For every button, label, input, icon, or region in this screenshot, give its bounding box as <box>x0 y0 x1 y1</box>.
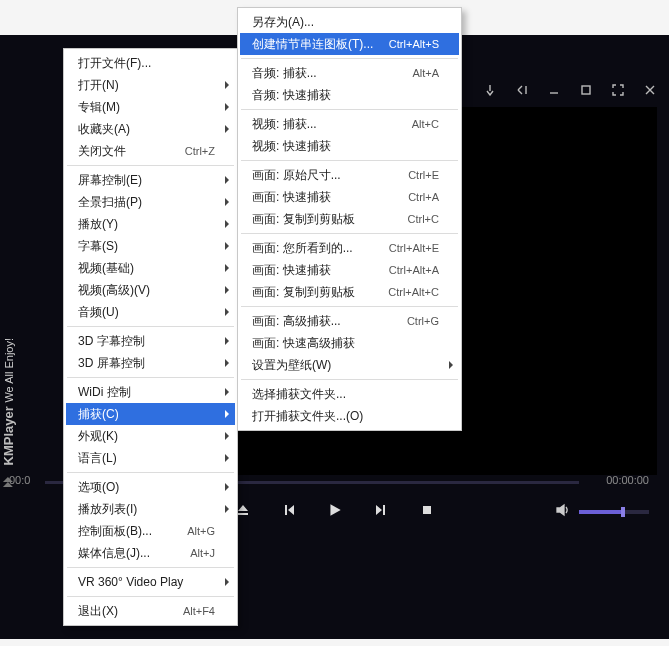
menu-item[interactable]: 语言(L) <box>66 447 235 469</box>
menu-item[interactable]: 选项(O) <box>66 476 235 498</box>
menu-item[interactable]: 播放列表(I) <box>66 498 235 520</box>
logo-icon <box>1 475 18 489</box>
menu-item-shortcut: Alt+G <box>187 525 215 537</box>
pin-icon[interactable] <box>483 83 497 97</box>
menu-item-label: 音频(U) <box>78 304 215 321</box>
menu-separator <box>241 233 458 234</box>
menu-item[interactable]: 视频: 快速捕获 <box>240 135 459 157</box>
menu-item[interactable]: 退出(X)Alt+F4 <box>66 600 235 622</box>
menu-item-label: 专辑(M) <box>78 99 215 116</box>
menu-item-shortcut: Alt+F4 <box>183 605 215 617</box>
volume-icon[interactable] <box>555 503 569 521</box>
menu-item-label: 音频: 捕获... <box>252 65 402 82</box>
menu-item[interactable]: 另存为(A)... <box>240 11 459 33</box>
menu-item[interactable]: 音频: 捕获...Alt+A <box>240 62 459 84</box>
submenu-arrow-icon <box>225 483 229 491</box>
submenu-arrow-icon <box>225 103 229 111</box>
menu-separator <box>67 472 234 473</box>
menu-item[interactable]: 设置为壁纸(W) <box>240 354 459 376</box>
menu-item-label: 画面: 快速捕获 <box>252 262 379 279</box>
menu-item[interactable]: 视频(高级)(V) <box>66 279 235 301</box>
menu-item-label: 3D 字幕控制 <box>78 333 215 350</box>
menu-item[interactable]: 画面: 快速捕获Ctrl+A <box>240 186 459 208</box>
menu-separator <box>67 377 234 378</box>
menu-item-shortcut: Ctrl+Alt+A <box>389 264 439 276</box>
menu-item-label: 视频(高级)(V) <box>78 282 215 299</box>
menu-item[interactable]: 画面: 复制到剪贴板Ctrl+Alt+C <box>240 281 459 303</box>
menu-item-label: 收藏夹(A) <box>78 121 215 138</box>
menu-item[interactable]: 媒体信息(J)...Alt+J <box>66 542 235 564</box>
collapse-icon[interactable] <box>515 83 529 97</box>
submenu-arrow-icon <box>449 361 453 369</box>
menu-item-label: 画面: 原始尺寸... <box>252 167 398 184</box>
menu-item[interactable]: 捕获(C) <box>66 403 235 425</box>
stop-button[interactable] <box>419 502 435 518</box>
time-total: 00:00:00 <box>606 474 649 486</box>
menu-item[interactable]: 打开(N) <box>66 74 235 96</box>
menu-item[interactable]: 屏幕控制(E) <box>66 169 235 191</box>
submenu-arrow-icon <box>225 388 229 396</box>
menu-item[interactable]: 打开捕获文件夹...(O) <box>240 405 459 427</box>
menu-item[interactable]: 视频: 捕获...Alt+C <box>240 113 459 135</box>
menu-item-label: 字幕(S) <box>78 238 215 255</box>
submenu-arrow-icon <box>225 410 229 418</box>
menu-item[interactable]: 关闭文件Ctrl+Z <box>66 140 235 162</box>
menu-item[interactable]: 音频(U) <box>66 301 235 323</box>
menu-separator <box>67 596 234 597</box>
menu-item-label: 视频: 快速捕获 <box>252 138 439 155</box>
menu-item[interactable]: 专辑(M) <box>66 96 235 118</box>
menu-item-label: 设置为壁纸(W) <box>252 357 439 374</box>
submenu-arrow-icon <box>225 176 229 184</box>
menu-item[interactable]: 选择捕获文件夹... <box>240 383 459 405</box>
menu-item[interactable]: 视频(基础) <box>66 257 235 279</box>
next-button[interactable] <box>373 502 389 518</box>
submenu-arrow-icon <box>225 125 229 133</box>
menu-item-label: 画面: 复制到剪贴板 <box>252 284 378 301</box>
menu-item-label: 另存为(A)... <box>252 14 439 31</box>
menu-item[interactable]: 画面: 快速捕获Ctrl+Alt+A <box>240 259 459 281</box>
menu-item[interactable]: 播放(Y) <box>66 213 235 235</box>
menu-item-shortcut: Ctrl+Alt+C <box>388 286 439 298</box>
play-button[interactable] <box>327 502 343 518</box>
prev-button[interactable] <box>281 502 297 518</box>
menu-item[interactable]: 控制面板(B)...Alt+G <box>66 520 235 542</box>
menu-item[interactable]: 创建情节串连图板(T)...Ctrl+Alt+S <box>240 33 459 55</box>
close-icon[interactable] <box>643 83 657 97</box>
menu-item[interactable]: 全景扫描(P) <box>66 191 235 213</box>
fullscreen-icon[interactable] <box>611 83 625 97</box>
brand-name: KMPlayer <box>1 406 16 465</box>
context-menu-main[interactable]: 打开文件(F)...打开(N)专辑(M)收藏夹(A)关闭文件Ctrl+Z屏幕控制… <box>63 48 238 626</box>
menu-separator <box>67 326 234 327</box>
menu-item[interactable]: 3D 字幕控制 <box>66 330 235 352</box>
submenu-arrow-icon <box>225 308 229 316</box>
volume-slider[interactable] <box>579 510 649 514</box>
menu-item[interactable]: VR 360° Video Play <box>66 571 235 593</box>
menu-item-label: 全景扫描(P) <box>78 194 215 211</box>
maximize-icon[interactable] <box>579 83 593 97</box>
menu-item[interactable]: 画面: 原始尺寸...Ctrl+E <box>240 164 459 186</box>
menu-item-shortcut: Ctrl+E <box>408 169 439 181</box>
menu-item[interactable]: WiDi 控制 <box>66 381 235 403</box>
menu-item[interactable]: 画面: 您所看到的...Ctrl+Alt+E <box>240 237 459 259</box>
menu-item[interactable]: 画面: 快速高级捕获 <box>240 332 459 354</box>
submenu-arrow-icon <box>225 337 229 345</box>
volume-area <box>555 503 649 521</box>
menu-item[interactable]: 外观(K) <box>66 425 235 447</box>
menu-item[interactable]: 收藏夹(A) <box>66 118 235 140</box>
svg-rect-1 <box>423 506 431 514</box>
menu-item-shortcut: Ctrl+Z <box>185 145 215 157</box>
context-menu-capture[interactable]: 另存为(A)...创建情节串连图板(T)...Ctrl+Alt+S音频: 捕获.… <box>237 7 462 431</box>
menu-item[interactable]: 3D 屏幕控制 <box>66 352 235 374</box>
menu-item[interactable]: 画面: 复制到剪贴板Ctrl+C <box>240 208 459 230</box>
menu-item[interactable]: 打开文件(F)... <box>66 52 235 74</box>
menu-item[interactable]: 音频: 快速捕获 <box>240 84 459 106</box>
volume-thumb[interactable] <box>621 507 625 517</box>
submenu-arrow-icon <box>225 454 229 462</box>
menu-item[interactable]: 画面: 高级捕获...Ctrl+G <box>240 310 459 332</box>
menu-item-label: VR 360° Video Play <box>78 575 215 589</box>
menu-item-label: 创建情节串连图板(T)... <box>252 36 379 53</box>
minimize-icon[interactable] <box>547 83 561 97</box>
menu-item[interactable]: 字幕(S) <box>66 235 235 257</box>
menu-separator <box>67 567 234 568</box>
submenu-arrow-icon <box>225 242 229 250</box>
